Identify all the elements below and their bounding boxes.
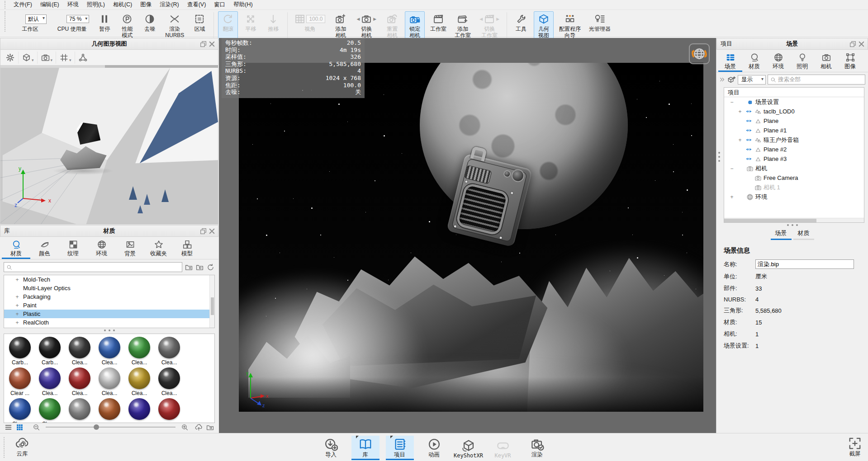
expander[interactable]: + — [737, 108, 743, 115]
scene-tree-scrollbar[interactable] — [724, 218, 864, 222]
project-tab[interactable]: 相机 — [814, 52, 838, 72]
toolbar-button[interactable]: 75 % CPU 使用量 — [52, 11, 92, 40]
expander[interactable]: + — [15, 320, 19, 326]
material-thumbnail[interactable] — [124, 397, 154, 423]
close-panel-icon[interactable] — [208, 227, 216, 235]
eye-icon[interactable] — [745, 127, 753, 134]
dock-button[interactable]: 项目 — [386, 436, 414, 460]
eye-icon[interactable] — [745, 118, 753, 124]
scene-tree-row[interactable]: Free Camera — [724, 173, 864, 183]
toolbar-button[interactable]: 锁定 相机 — [405, 11, 425, 40]
prev-arrow-icon[interactable]: ◀ — [356, 17, 360, 21]
scene-tree-row[interactable]: + taclb_LOD0 — [724, 107, 864, 116]
toolbar-button[interactable]: 重置 相机 — [382, 11, 402, 40]
geometry-scrollbar[interactable] — [0, 65, 218, 68]
toolbar-button[interactable]: 翻滚 — [218, 11, 238, 40]
scene-tree-row[interactable]: Plane #3 — [724, 154, 864, 164]
slider-thumb[interactable] — [94, 424, 99, 430]
material-thumbnail[interactable]: Clea... — [65, 366, 95, 397]
zoom-in-icon[interactable] — [181, 423, 189, 431]
library-tree-scrollbar[interactable] — [209, 275, 214, 328]
splitter-handle[interactable] — [0, 328, 218, 333]
list-view-icon[interactable] — [5, 423, 12, 431]
library-tab[interactable]: 背景 — [116, 239, 144, 259]
eye-icon[interactable] — [745, 155, 753, 162]
library-tab[interactable]: 材质 — [2, 239, 30, 259]
toolbar-button[interactable]: 去噪 — [140, 11, 160, 40]
menu-item[interactable]: 查看(V) — [183, 1, 210, 9]
expander[interactable]: + — [15, 311, 19, 317]
project-tab[interactable]: 照明 — [790, 52, 814, 72]
dock-button[interactable]: 导入 — [317, 436, 345, 460]
grid-button[interactable]: ▾ — [58, 52, 75, 64]
menu-item[interactable]: 图像 — [136, 1, 156, 9]
expander[interactable]: + — [15, 294, 19, 300]
expander[interactable]: − — [729, 165, 735, 172]
expander[interactable]: + — [729, 194, 735, 200]
panel-resize-handle[interactable] — [718, 152, 720, 162]
toolbar-button[interactable]: 工具 — [511, 11, 531, 40]
screenshot-button[interactable]: 截屏 — [844, 435, 865, 459]
menu-item[interactable]: 环境 — [63, 1, 83, 9]
material-thumbnail[interactable]: Clea... — [65, 335, 95, 366]
menu-drag-handle[interactable] — [5, 1, 7, 9]
scene-subtab[interactable]: 材质 — [793, 228, 814, 240]
gizmo-button[interactable] — [77, 52, 91, 64]
add-folder-icon[interactable] — [185, 263, 193, 271]
view-mode-button[interactable]: ▾ — [20, 52, 38, 64]
realtime-render-viewport[interactable]: y x z 每秒帧数: 20.5 时间: 4m 19s 采样值: 326 — [219, 38, 716, 433]
material-thumbnail[interactable] — [65, 397, 95, 423]
library-folder-row[interactable]: + Mold-Tech — [4, 275, 214, 284]
project-tab[interactable]: 图像 — [838, 52, 862, 72]
material-thumbnail[interactable]: Clea... — [35, 366, 65, 397]
thumbnail-size-slider[interactable] — [46, 427, 175, 428]
project-tab[interactable]: 材质 — [742, 52, 766, 72]
dock-button[interactable]: KeyVR — [489, 437, 517, 460]
library-tab[interactable]: 环境 — [87, 239, 116, 259]
scene-tree-row[interactable]: − 场景设置 — [724, 97, 864, 107]
expander[interactable]: + — [15, 302, 19, 309]
project-tab[interactable]: 环境 — [766, 52, 790, 72]
library-tab[interactable]: 颜色 — [30, 239, 59, 259]
material-thumbnail[interactable]: Clea... — [154, 335, 184, 366]
toolbar-button[interactable]: ◀ ▶ 切换 工作室 — [476, 11, 503, 40]
material-thumbnail[interactable]: Clea... — [124, 335, 154, 366]
toolbar-button[interactable]: 暂停 — [95, 11, 114, 40]
scene-tree-row[interactable]: 相机 1 — [724, 183, 864, 192]
toolbar-button[interactable]: 添加 工作室 — [452, 11, 474, 40]
close-panel-icon[interactable] — [858, 40, 865, 48]
environment-sync-button[interactable] — [689, 43, 710, 64]
toolbar-button[interactable]: 性能 模式 — [117, 11, 137, 40]
toolbar-button[interactable]: 默认 工作区 — [11, 11, 49, 40]
next-arrow-icon[interactable]: ▶ — [496, 17, 500, 21]
scene-search-input[interactable]: 搜索全部 — [768, 75, 865, 85]
geometry-settings-button[interactable] — [4, 52, 19, 64]
scene-tree-row[interactable]: − 相机 — [724, 164, 864, 173]
scene-tree-row[interactable]: Plane — [724, 116, 864, 126]
toolbar-button[interactable]: 渲染 NURBS — [162, 11, 187, 40]
toolbar-value-box[interactable]: 75 % — [66, 15, 89, 23]
collapse-icon[interactable] — [719, 76, 726, 83]
toolbar-button[interactable]: 区域 — [190, 11, 209, 40]
library-folder-row[interactable]: + RealCloth — [4, 318, 214, 327]
dock-drag-handle[interactable] — [4, 437, 6, 458]
next-arrow-icon[interactable]: ▶ — [373, 17, 377, 21]
scene-tree-row[interactable]: + 猫王户外音箱 — [724, 135, 864, 145]
material-thumbnail[interactable]: Clea... — [95, 335, 124, 366]
eye-icon[interactable] — [745, 108, 753, 115]
import-folder-icon[interactable] — [195, 263, 204, 271]
library-folder-row[interactable]: Multi-Layer Optics — [4, 284, 214, 292]
dock-button[interactable]: 动画 — [420, 436, 448, 460]
refresh-icon[interactable] — [206, 263, 215, 271]
add-geometry-icon[interactable] — [727, 75, 736, 84]
library-folder-row[interactable]: + Plastic — [4, 310, 214, 318]
material-thumbnail[interactable]: Clea... — [124, 366, 154, 397]
toolbar-button[interactable]: 光管理器 — [586, 11, 613, 40]
toolbar-value-box[interactable]: 默认 — [25, 14, 47, 24]
splitter-handle[interactable] — [716, 223, 868, 227]
toolbar-button[interactable]: 平移 — [241, 11, 261, 40]
toolbar-button[interactable] — [213, 12, 214, 39]
grid-view-icon[interactable] — [16, 423, 24, 431]
toolbar-button[interactable]: 添加 相机 — [331, 11, 351, 40]
toolbar-button[interactable] — [287, 12, 288, 39]
